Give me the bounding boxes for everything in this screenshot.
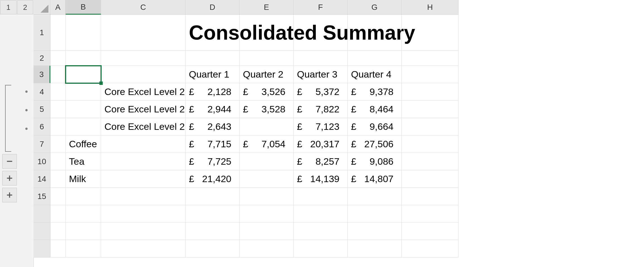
header-quarter-1[interactable]: Quarter 1 [185, 66, 240, 83]
cell-E14[interactable] [240, 170, 294, 188]
cell-E2[interactable] [240, 51, 294, 66]
cell-G4[interactable]: £9,378 [348, 83, 402, 101]
cell-B1[interactable] [66, 15, 101, 51]
cell-D2[interactable] [185, 51, 240, 66]
cell-Bblank[interactable] [66, 240, 101, 257]
header-quarter-4[interactable]: Quarter 4 [348, 66, 402, 83]
cell-Hblank[interactable] [402, 223, 459, 240]
cell-Fblank[interactable] [294, 205, 348, 223]
cell-D14[interactable]: £21,420 [185, 170, 240, 188]
column-header-E[interactable]: E [240, 0, 294, 15]
cell-B6[interactable] [66, 118, 101, 135]
cell-H7[interactable] [402, 135, 459, 153]
cell-G2[interactable] [348, 51, 402, 66]
cell-Bblank[interactable] [66, 205, 101, 223]
cell-Dblank[interactable] [185, 240, 240, 257]
cell-Hblank[interactable] [402, 240, 459, 257]
cell-G5[interactable]: £8,464 [348, 101, 402, 118]
cell-C10[interactable] [101, 153, 185, 170]
outline-level-1[interactable]: 1 [0, 0, 17, 14]
cell-H1[interactable] [402, 15, 459, 51]
cell-H6[interactable] [402, 118, 459, 135]
cell-Cblank[interactable] [101, 240, 185, 257]
cell-D15[interactable] [185, 188, 240, 205]
cell-F5[interactable]: £7,822 [294, 101, 348, 118]
cell-H4[interactable] [402, 83, 459, 101]
cell-C6[interactable]: Core Excel Level 2 [101, 118, 185, 135]
row-header-7[interactable]: 7 [33, 135, 50, 153]
cell-Cblank[interactable] [101, 205, 185, 223]
cell-G14[interactable]: £14,807 [348, 170, 402, 188]
cell-E10[interactable] [240, 153, 294, 170]
row-header-15[interactable]: 15 [33, 188, 50, 205]
cell-C15[interactable] [101, 188, 185, 205]
row-header-10[interactable]: 10 [33, 153, 50, 170]
cell-H5[interactable] [402, 101, 459, 118]
cell-Dblank[interactable] [185, 205, 240, 223]
row-header-5[interactable]: 5 [33, 101, 50, 118]
cell-Gblank[interactable] [348, 240, 402, 257]
cell-Cblank[interactable] [101, 223, 185, 240]
cell-F7[interactable]: £20,317 [294, 135, 348, 153]
cell-A2[interactable] [50, 51, 66, 66]
cell-Fblank[interactable] [294, 240, 348, 257]
cell-B15[interactable] [66, 188, 101, 205]
cell-Ablank[interactable] [50, 223, 66, 240]
column-header-G[interactable]: G [348, 0, 402, 15]
cell-A4[interactable] [50, 83, 66, 101]
cell-H3[interactable] [402, 66, 459, 83]
select-all-corner[interactable] [33, 0, 50, 15]
cell-C2[interactable] [101, 51, 185, 66]
column-header-A[interactable]: A [50, 0, 66, 15]
cell-A3[interactable] [50, 66, 66, 83]
cell-C3[interactable] [101, 66, 185, 83]
cell-Ablank[interactable] [50, 240, 66, 257]
cell-A5[interactable] [50, 101, 66, 118]
cell-C5[interactable]: Core Excel Level 2 [101, 101, 185, 118]
cell-F6[interactable]: £7,123 [294, 118, 348, 135]
cell-F1[interactable] [294, 15, 348, 51]
outline-level-2[interactable]: 2 [17, 0, 33, 14]
cell-E6[interactable] [240, 118, 294, 135]
row-header-14[interactable]: 14 [33, 170, 50, 188]
row-header-1[interactable]: 1 [33, 15, 50, 51]
cell-D5[interactable]: £2,944 [185, 101, 240, 118]
cell-Bblank[interactable] [66, 223, 101, 240]
cell-H14[interactable] [402, 170, 459, 188]
cell-Gblank[interactable] [348, 223, 402, 240]
cell-G6[interactable]: £9,664 [348, 118, 402, 135]
cell-B14[interactable]: Milk [66, 170, 101, 188]
cell-F2[interactable] [294, 51, 348, 66]
cell-B10[interactable]: Tea [66, 153, 101, 170]
cell-H10[interactable] [402, 153, 459, 170]
column-header-D[interactable]: D [185, 0, 240, 15]
column-header-B[interactable]: B [66, 0, 101, 15]
cell-A14[interactable] [50, 170, 66, 188]
cell-Gblank[interactable] [348, 205, 402, 223]
cell-Dblank[interactable] [185, 223, 240, 240]
cell-E5[interactable]: £3,528 [240, 101, 294, 118]
cell-B2[interactable] [66, 51, 101, 66]
column-header-H[interactable]: H [402, 0, 459, 15]
cell-Eblank[interactable] [240, 223, 294, 240]
cell-D7[interactable]: £7,715 [185, 135, 240, 153]
cell-H15[interactable] [402, 188, 459, 205]
cell-G15[interactable] [348, 188, 402, 205]
cell-C1[interactable] [101, 15, 185, 51]
cell-C7[interactable] [101, 135, 185, 153]
column-header-F[interactable]: F [294, 0, 348, 15]
cell-D4[interactable]: £2,128 [185, 83, 240, 101]
row-header-2[interactable]: 2 [33, 51, 50, 66]
column-header-C[interactable]: C [101, 0, 185, 15]
cell-B7[interactable]: Coffee [66, 135, 101, 153]
cell-Eblank[interactable] [240, 240, 294, 257]
row-header-4[interactable]: 4 [33, 83, 50, 101]
cell-C4[interactable]: Core Excel Level 2 [101, 83, 185, 101]
outline-collapse-button[interactable] [2, 154, 17, 169]
cell-G10[interactable]: £9,086 [348, 153, 402, 170]
cell-F4[interactable]: £5,372 [294, 83, 348, 101]
outline-expand-button[interactable] [2, 188, 17, 202]
cell-Eblank[interactable] [240, 205, 294, 223]
cell-H2[interactable] [402, 51, 459, 66]
cell-B3[interactable] [66, 66, 101, 83]
